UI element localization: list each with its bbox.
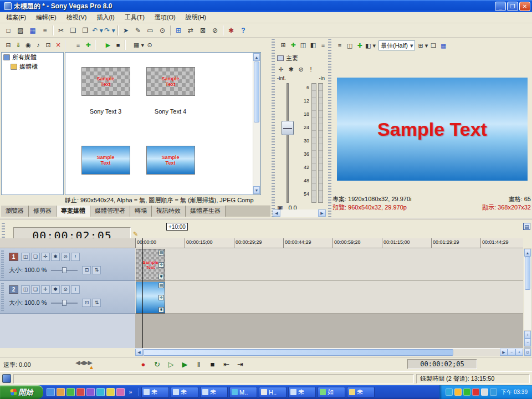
tree-item-media-bins[interactable]: 媒體櫃 [2, 62, 63, 71]
maximize-button[interactable]: ❐ [507, 2, 518, 11]
media-properties-icon[interactable]: ≡ [73, 40, 83, 50]
scroll-left-icon[interactable]: ◀ [135, 349, 143, 356]
zoom-out-icon[interactable]: − [508, 349, 515, 356]
undo-icon[interactable]: ↶ ▾ [91, 25, 104, 36]
dim-output-icon[interactable]: ◧ [308, 40, 318, 50]
tab-media-manager[interactable]: 媒體管理者 [90, 206, 130, 217]
quick-launch-more-icon[interactable]: » [126, 388, 135, 396]
tree-item-all-media[interactable]: 所有媒體 [2, 53, 63, 62]
fader-handle[interactable] [282, 121, 294, 135]
save-snapshot-icon[interactable]: ▦ [438, 40, 448, 50]
quick-launch-icon-5[interactable] [86, 388, 95, 396]
ignore-event-grouping-icon[interactable]: ⊘ [209, 25, 221, 36]
scroll-track[interactable] [253, 123, 260, 186]
scroll-left-icon[interactable]: ◀ [273, 209, 280, 217]
media-item[interactable]: Sample Text [73, 146, 138, 195]
scroll-right-icon[interactable]: ▶ [318, 209, 326, 217]
remove-media-icon[interactable]: ✕ [53, 40, 63, 50]
track-header-1[interactable]: 1 ◫❏✛✱⊘! 大小: 100.0 % ⊡⇅ [0, 248, 135, 281]
track-row-2[interactable] [135, 281, 523, 314]
master-fader[interactable] [279, 83, 296, 203]
stop-preview-icon[interactable]: ■ [113, 40, 123, 50]
copy-icon[interactable]: ❏ [67, 25, 79, 36]
composite-mode-icon[interactable]: ⊡ [82, 266, 91, 274]
tab-project-media[interactable]: 專案媒體 [57, 206, 90, 217]
redo-icon[interactable]: ↷ ▾ [104, 25, 116, 36]
selection-edit-tool-icon[interactable]: ▭ [144, 25, 156, 36]
downmix-output-icon[interactable]: ◫ [298, 40, 308, 50]
tray-icon-3[interactable] [463, 388, 470, 396]
quick-launch-icon-8[interactable] [116, 388, 125, 396]
paste-icon[interactable]: ❐ [79, 25, 91, 36]
open-icon[interactable]: ▨ [14, 25, 27, 36]
track-level-slider[interactable] [51, 267, 78, 274]
tab-video-fx[interactable]: 視訊特效 [152, 206, 186, 217]
insert-assignable-fx-icon[interactable]: ✚ [288, 40, 298, 50]
quick-launch-icon-4[interactable] [76, 388, 85, 396]
event-fx-icon[interactable]: ✱ [158, 307, 164, 313]
task-button[interactable]: 未 [171, 387, 198, 398]
mute-track-icon[interactable]: ⊘ [61, 253, 70, 261]
timeline-h-scrollbar[interactable]: ◀ ▶ − + [135, 348, 523, 356]
normal-edit-tool-icon[interactable]: ➤ [120, 25, 132, 36]
taskbar-clock[interactable]: 下午 03:39 [501, 388, 528, 396]
search-media-icon[interactable]: ⊙ [145, 40, 155, 50]
import-media-icon[interactable]: ⇓ [13, 40, 23, 50]
tab-media-generators[interactable]: 媒體產生器 [186, 206, 226, 217]
time-ruler[interactable]: 00:00:0000:00:15;0000:00:29;2900:00:44;2… [135, 238, 523, 248]
slider-handle[interactable] [62, 267, 66, 273]
envelope-edit-tool-icon[interactable]: ✎ [132, 25, 144, 36]
bypass-motion-blur-icon[interactable]: ✱ [51, 253, 60, 261]
media-fx-icon[interactable]: ✚ [83, 40, 93, 50]
enable-snapping-icon[interactable]: ⊞ [172, 25, 185, 36]
scroll-up-icon[interactable]: ▲ [253, 53, 260, 61]
task-button[interactable]: 未 [347, 387, 375, 398]
generated-media-icon[interactable]: ▤ [158, 250, 164, 255]
solo-track-icon[interactable]: ! [71, 253, 80, 261]
loop-playback-button[interactable]: ↻ [150, 359, 164, 370]
whats-this-help-icon[interactable]: ? [237, 25, 249, 36]
track-header-2[interactable]: 2 ◫❏✛✱⊘! 大小: 100.0 % ⊡⇅ [0, 281, 135, 314]
track-number[interactable]: 2 [9, 285, 18, 294]
lock-envelopes-icon[interactable]: ⊠ [197, 25, 209, 36]
media-list-scrollbar[interactable]: ▲ ▼ [253, 53, 260, 195]
tray-icon-4[interactable] [472, 388, 479, 396]
mixer-properties-icon[interactable]: ≡ [318, 40, 328, 50]
views-icon[interactable]: ▦ ▾ [133, 40, 145, 50]
start-button[interactable]: 開始 [0, 385, 43, 399]
master-clip-indicator-icon[interactable]: ! [306, 64, 316, 74]
video-output-fx-icon[interactable]: ✚ [355, 40, 365, 50]
task-button[interactable]: 未 [288, 387, 316, 398]
auto-ripple-icon[interactable]: ⇄ [185, 25, 197, 36]
scroll-track[interactable] [280, 209, 318, 217]
titlebar[interactable]: 未標題的 * - Sony Vegas Pro 8.0 _ ❐ ✕ [0, 0, 532, 12]
mute-track-icon[interactable]: ⊘ [61, 285, 70, 294]
parent-composite-icon[interactable]: ⇅ [92, 299, 101, 307]
track-fx-icon[interactable]: ❏ [31, 285, 40, 294]
tab-trimmer[interactable]: 修剪器 [29, 206, 57, 217]
track-list-icon[interactable]: ▤ [523, 223, 530, 230]
quick-launch-icon-6[interactable] [96, 388, 105, 396]
task-button[interactable]: H.. [259, 387, 287, 398]
play-from-start-button[interactable]: ▷ [164, 359, 178, 370]
zoom-tool-icon[interactable]: ⊙ [524, 349, 531, 356]
timeline-drag-handle[interactable] [2, 223, 5, 238]
task-button[interactable]: 未 [200, 387, 228, 398]
master-mute-icon[interactable]: ⊘ [296, 64, 306, 74]
timeline-event-2[interactable]: ▤✛✱ [136, 282, 165, 314]
zoom-edit-tool-icon[interactable]: ⊙ [156, 25, 168, 36]
menu-item[interactable]: 說明(H) [181, 12, 211, 23]
menu-item[interactable]: 編輯(E) [31, 12, 62, 23]
record-button[interactable]: ● [136, 359, 150, 370]
automation-settings-icon[interactable]: ✛ [41, 253, 50, 261]
task-button[interactable]: 如 [318, 387, 345, 398]
automation-settings-icon[interactable]: ✛ [41, 285, 50, 294]
insert-audio-bus-icon[interactable]: ⊞ [278, 40, 288, 50]
preview-drag-handle[interactable] [328, 39, 331, 217]
menu-item[interactable]: 檔案(F) [1, 12, 31, 23]
scroll-thumb[interactable] [143, 349, 453, 356]
rate-marker-icon[interactable]: ▲ [89, 364, 94, 370]
project-properties-icon[interactable]: ≡ [39, 25, 51, 36]
save-icon[interactable]: ▦ [27, 25, 39, 36]
start-preview-icon[interactable]: ▶ [103, 40, 113, 50]
